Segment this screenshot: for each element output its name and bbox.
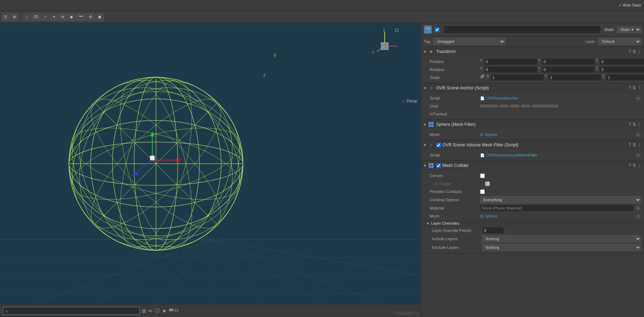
script-link-volume[interactable]: OVRSceneVolumeMeshFilter xyxy=(486,153,537,157)
layer-override-priority-input[interactable] xyxy=(482,227,504,234)
uuid-value: 00000000-0000-0000-0000-000000000000 xyxy=(480,104,558,108)
material-target-btn[interactable]: ◎ xyxy=(635,205,641,211)
collapse-arrow-transform: ▼ xyxy=(423,50,427,54)
prop-value-script-volume: 📄 OVRSceneVolumeMeshFilter ◎ xyxy=(480,152,641,158)
component-header-mesh-collider[interactable]: ▼ Mesh Collider ? ⇅ ⋮ xyxy=(421,161,644,170)
provides-contacts-checkbox[interactable] xyxy=(480,189,485,194)
top-bar: ✓ Auto Save xyxy=(0,0,644,11)
comp-move-anchor[interactable]: ⇅ xyxy=(632,85,636,91)
comp-help-volume[interactable]: ? xyxy=(629,142,631,148)
grid-cell-mc-2 xyxy=(431,163,434,166)
prop-value-position: X Y Z xyxy=(480,58,644,65)
script-target-btn-anchor[interactable]: ◎ xyxy=(635,95,641,101)
component-header-sphere[interactable]: ▼ Sphere (Mesh Filter) ? ⇅ ⋮ xyxy=(421,120,644,129)
layer-dropdown[interactable]: Default xyxy=(598,38,641,45)
include-layers-select[interactable]: Nothing Everything Default xyxy=(482,235,641,242)
exclude-layers-select[interactable]: Nothing Everything Default xyxy=(482,244,641,251)
prop-value-rotation: X Y Z xyxy=(480,66,644,73)
mesh-link-collider[interactable]: Sphere xyxy=(485,214,497,218)
component-header-ovr-volume[interactable]: ▼ # OVR Scene Volume Mesh Filter (Script… xyxy=(421,140,644,150)
mesh-target-btn-sphere[interactable]: ◎ xyxy=(635,132,641,137)
toolbar-fx-btn[interactable]: ✦ xyxy=(50,13,58,21)
pos-z-input[interactable] xyxy=(599,58,644,65)
cooking-options-select[interactable]: Everything Nothing CookForFasterSimulati… xyxy=(480,196,641,203)
comp-enabled-mesh-collider[interactable] xyxy=(436,163,441,168)
toolbar-visible-btn[interactable]: ◉ xyxy=(67,13,76,21)
comp-help-anchor[interactable]: ? xyxy=(629,85,631,91)
comp-move-sphere[interactable]: ⇅ xyxy=(632,122,636,127)
toolbar-render-btn[interactable]: ✧ xyxy=(41,13,49,21)
toolbar-extra-btn[interactable]: ▣ xyxy=(95,13,104,21)
component-header-ovr-anchor[interactable]: ▼ # OVR Scene Anchor (Script) ? ⇅ ⋮ xyxy=(421,83,644,93)
comp-title-volume: OVR Scene Volume Mesh Filter (Script) xyxy=(442,142,629,148)
comp-menu-mesh-collider[interactable]: ⋮ xyxy=(638,163,642,168)
grid-icon-mesh-collider xyxy=(428,163,434,168)
component-ovr-volume: ▼ # OVR Scene Volume Mesh Filter (Script… xyxy=(421,140,644,161)
comp-menu-transform[interactable]: ⋮ xyxy=(638,49,642,54)
svg-text:z: z xyxy=(372,50,374,54)
toolbar-move-btn[interactable]: ☰ xyxy=(1,13,10,21)
comp-menu-volume[interactable]: ⋮ xyxy=(638,142,642,148)
mesh-link-sphere[interactable]: Sphere xyxy=(485,132,497,137)
toolbar-gizmo-btn[interactable]: ⚙ xyxy=(86,13,95,21)
toolbar-layers-btn[interactable]: ⊛ xyxy=(59,13,67,21)
is-trigger-checkbox[interactable] xyxy=(485,181,490,186)
script-link-anchor[interactable]: OVRSceneAnchor xyxy=(486,96,518,100)
toolbar-camera-btn[interactable]: 📷 xyxy=(76,13,86,21)
viewport[interactable]: y z y z ← Persp ⊞ xyxy=(0,23,421,317)
rot-x-input[interactable] xyxy=(484,66,537,73)
static-dropdown[interactable]: Static ▾ xyxy=(617,26,641,33)
mesh-icon-collider: ⊞ xyxy=(480,214,483,219)
comp-enabled-volume[interactable] xyxy=(436,143,441,148)
convex-checkbox[interactable] xyxy=(480,173,485,178)
mesh-target-btn-collider[interactable]: ◎ xyxy=(635,213,641,219)
tag-dropdown[interactable]: Untagged xyxy=(433,38,505,45)
vp-record-btn[interactable]: ⊞ xyxy=(142,308,146,314)
comp-move-mesh-collider[interactable]: ⇅ xyxy=(632,163,636,168)
prop-label-script-volume: Script xyxy=(430,153,480,157)
lock-icon[interactable]: 🔗 xyxy=(480,74,484,81)
obj-icon xyxy=(424,26,432,34)
tag-layer-row: Tag Untagged Layer Default xyxy=(421,36,644,47)
comp-actions-sphere: ? ⇅ ⋮ xyxy=(629,122,642,127)
pos-x-input[interactable] xyxy=(484,58,537,65)
comp-menu-sphere[interactable]: ⋮ xyxy=(638,122,642,127)
rot-y-input[interactable] xyxy=(542,66,595,73)
vp-brush-btn[interactable]: ✏ xyxy=(148,308,153,314)
collapse-arrow-sphere: ▼ xyxy=(423,123,427,127)
script-target-btn-volume[interactable]: ◎ xyxy=(635,152,641,158)
toolbar-snap-btn[interactable]: ⊞ xyxy=(10,13,18,21)
comp-help-transform[interactable]: ? xyxy=(629,49,631,54)
vp-info-btn[interactable]: ⓘ xyxy=(155,308,160,314)
obj-enabled-checkbox[interactable] xyxy=(435,27,439,32)
collapse-arrow-mesh-collider: ▼ xyxy=(423,164,427,168)
scale-x-input[interactable] xyxy=(491,74,544,81)
comp-move-volume[interactable]: ⇅ xyxy=(632,142,636,148)
vp-star-btn[interactable]: ★ xyxy=(162,308,167,314)
obj-name-input[interactable]: Global Mesh Collider xyxy=(443,25,601,34)
layer-overrides-header[interactable]: ▼ Layer Overrides xyxy=(421,220,644,226)
collapse-arrow-volume: ▼ xyxy=(423,143,427,147)
static-label: Static xyxy=(604,27,614,32)
scale-z-input[interactable] xyxy=(606,74,644,81)
scale-y-input[interactable] xyxy=(548,74,601,81)
comp-help-sphere[interactable]: ? xyxy=(629,122,631,127)
comp-actions-anchor: ? ⇅ ⋮ xyxy=(629,85,642,91)
rot-z-input[interactable] xyxy=(599,66,644,73)
component-sphere-mesh-filter: ▼ Sphere (Mesh Filter) ? ⇅ ⋮ xyxy=(421,120,644,140)
comp-menu-anchor[interactable]: ⋮ xyxy=(638,85,642,91)
toolbar-2d-btn[interactable]: 2D xyxy=(31,13,41,21)
search-input[interactable] xyxy=(3,307,140,315)
prop-value-mesh-collider-mesh: ⊞ Sphere ◎ xyxy=(480,213,641,219)
toolbar-orbit-btn[interactable]: ○ xyxy=(23,13,30,21)
svg-text:z: z xyxy=(263,72,265,78)
component-header-transform[interactable]: ▼ ⊕ Transform ? ⇅ ⋮ xyxy=(421,47,644,56)
pos-y-input[interactable] xyxy=(542,58,595,65)
cube-icon xyxy=(425,26,431,33)
svg-rect-42 xyxy=(150,156,155,160)
grid-icon-sphere xyxy=(428,122,434,127)
comp-move-transform[interactable]: ⇅ xyxy=(632,49,636,54)
prop-label-mesh-sphere: Mesh xyxy=(430,132,480,137)
comp-help-mesh-collider[interactable]: ? xyxy=(629,163,631,168)
prop-label-uuid: Uuid xyxy=(430,104,480,108)
